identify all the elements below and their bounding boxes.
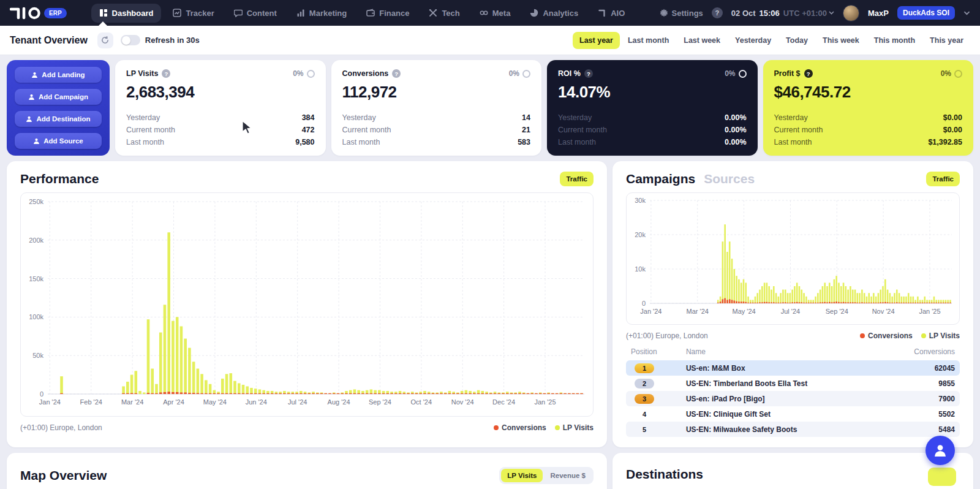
svg-text:Jun '24: Jun '24 — [246, 398, 267, 406]
floating-user-button[interactable] — [925, 436, 955, 465]
username: MaxP — [868, 9, 889, 18]
table-row[interactable]: 1 US-en: M&M Box 62045 — [626, 360, 960, 376]
svg-text:Jan '24: Jan '24 — [39, 398, 61, 406]
tracker-icon — [173, 9, 181, 17]
add-source-button[interactable]: Add Source — [15, 133, 102, 149]
map-overview-panel: Map Overview LP Visits Revenue $ — [7, 453, 607, 489]
page-header: Tenant Overview Refresh in 30s Last year… — [0, 26, 980, 55]
svg-text:May '24: May '24 — [203, 398, 227, 406]
range-today[interactable]: Today — [779, 32, 815, 49]
campaigns-panel: Campaigns Sources Traffic 010k20k30kJan … — [612, 161, 973, 447]
traffic-badge[interactable] — [928, 468, 956, 486]
svg-text:0: 0 — [40, 390, 43, 398]
analytics-icon — [530, 9, 538, 17]
timezone-label: UTC +01:00 — [783, 9, 834, 18]
profit-value: $46,745.72 — [774, 83, 963, 102]
tab-campaigns[interactable]: Campaigns — [626, 172, 695, 186]
toggle-revenue[interactable]: Revenue $ — [544, 469, 592, 482]
svg-text:30k: 30k — [635, 197, 646, 204]
user-plus-icon — [33, 138, 40, 145]
donut-icon — [739, 70, 747, 78]
card-title: Profit $ — [774, 69, 801, 78]
nav-item-dashboard[interactable]: Dashboard — [91, 4, 162, 23]
lp-visits-value: 2,683,394 — [126, 83, 315, 102]
svg-text:Jan '25: Jan '25 — [534, 398, 556, 406]
settings-button[interactable]: Settings — [660, 9, 703, 18]
svg-text:Mar '24: Mar '24 — [687, 308, 709, 315]
range-this-week[interactable]: This week — [816, 32, 866, 49]
conversions-card: Conversions 0% 112,972 Yesterday14 Curre… — [331, 60, 542, 156]
toggle-lp-visits[interactable]: LP Visits — [501, 469, 543, 482]
range-last-month[interactable]: Last month — [621, 32, 676, 49]
svg-text:10k: 10k — [635, 265, 646, 273]
user-avatar[interactable] — [843, 5, 859, 21]
date-range-filter: Last year Last month Last week Yesterday… — [573, 32, 970, 49]
refresh-button[interactable] — [97, 32, 113, 48]
nav-item-content[interactable]: Content — [226, 4, 285, 23]
nav-item-meta[interactable]: Meta — [472, 4, 519, 23]
nav-item-tracker[interactable]: Tracker — [165, 4, 222, 23]
help-icon[interactable] — [162, 69, 170, 78]
lp-visits-dot-icon — [921, 333, 926, 338]
traffic-badge[interactable]: Traffic — [926, 172, 960, 186]
svg-text:Nov '24: Nov '24 — [872, 308, 895, 315]
campaigns-table: Position Name Conversions 1 US-en: M&M B… — [626, 345, 960, 437]
help-icon[interactable] — [392, 69, 401, 78]
svg-text:Aug '24: Aug '24 — [328, 398, 350, 406]
svg-text:Feb '24: Feb '24 — [80, 398, 102, 406]
table-row[interactable]: 2 US-EN: Timberland Boots Ella Test 9855 — [626, 376, 960, 391]
range-this-month[interactable]: This month — [867, 32, 922, 49]
table-row[interactable]: 4 US-EN: Clinique Gift Set 5502 — [626, 406, 960, 422]
content-icon — [234, 9, 243, 17]
rank-badge: 1 — [635, 363, 654, 373]
map-overview-title: Map Overview — [20, 468, 107, 483]
user-plus-icon — [26, 116, 32, 123]
svg-text:Jul '24: Jul '24 — [781, 308, 800, 315]
add-destination-button[interactable]: Add Destination — [15, 111, 102, 127]
nav-item-analytics[interactable]: Analytics — [522, 4, 586, 23]
gear-icon — [660, 9, 668, 17]
range-last-week[interactable]: Last week — [677, 32, 727, 49]
add-campaign-button[interactable]: Add Campaign — [15, 89, 102, 105]
svg-text:250k: 250k — [29, 198, 43, 205]
datetime-selector[interactable]: 02 Oct 15:06 UTC +01:00 — [731, 9, 834, 18]
map-metric-toggle: LP Visits Revenue $ — [499, 467, 594, 484]
auto-refresh-toggle[interactable] — [121, 35, 140, 45]
lp-visits-dot-icon — [555, 425, 560, 430]
destinations-title: Destinations — [626, 467, 703, 482]
range-last-year[interactable]: Last year — [573, 32, 620, 49]
traffic-badge[interactable]: Traffic — [560, 172, 594, 186]
nav-item-finance[interactable]: Finance — [358, 4, 417, 23]
rank-label: 4 — [635, 409, 654, 419]
aio-logo-icon — [10, 6, 42, 20]
user-plus-icon — [28, 94, 35, 100]
account-chevron-down-icon[interactable] — [963, 11, 970, 15]
svg-text:Jan '25: Jan '25 — [919, 308, 940, 315]
svg-text:100k: 100k — [29, 313, 43, 320]
tab-sources[interactable]: Sources — [704, 172, 755, 186]
rank-label: 5 — [635, 425, 654, 434]
table-row[interactable]: 5 US-EN: Milwaukee Safety Boots 5484 — [626, 422, 960, 437]
range-this-year[interactable]: This year — [923, 32, 970, 49]
pct-change: 0% — [941, 69, 951, 78]
help-icon[interactable] — [584, 69, 593, 78]
user-plus-icon — [31, 72, 38, 78]
nav-item-tech[interactable]: Tech — [421, 4, 467, 23]
nav-item-aio[interactable]: AIO — [590, 4, 633, 23]
help-icon[interactable] — [804, 69, 813, 78]
range-yesterday[interactable]: Yesterday — [728, 32, 778, 49]
nav-item-marketing[interactable]: Marketing — [288, 4, 355, 23]
help-icon[interactable] — [712, 7, 723, 18]
stats-row: Add Landing Add Campaign Add Destination… — [7, 60, 973, 156]
card-title: Conversions — [342, 69, 389, 78]
current-time: 15:06 — [760, 9, 780, 18]
table-row[interactable]: 3 US-en: iPad Pro [Bigo] 7900 — [626, 391, 960, 406]
card-title: ROI % — [558, 69, 581, 78]
add-landing-button[interactable]: Add Landing — [15, 67, 102, 83]
svg-text:Apr '24: Apr '24 — [163, 398, 184, 406]
main-nav: Dashboard Tracker Content Marketing Fina… — [91, 4, 633, 23]
svg-text:Jan '24: Jan '24 — [640, 308, 662, 315]
app-logo[interactable]: ERP — [10, 6, 67, 20]
account-badge[interactable]: DuckAds SOI — [897, 6, 955, 20]
svg-text:50k: 50k — [32, 352, 43, 359]
